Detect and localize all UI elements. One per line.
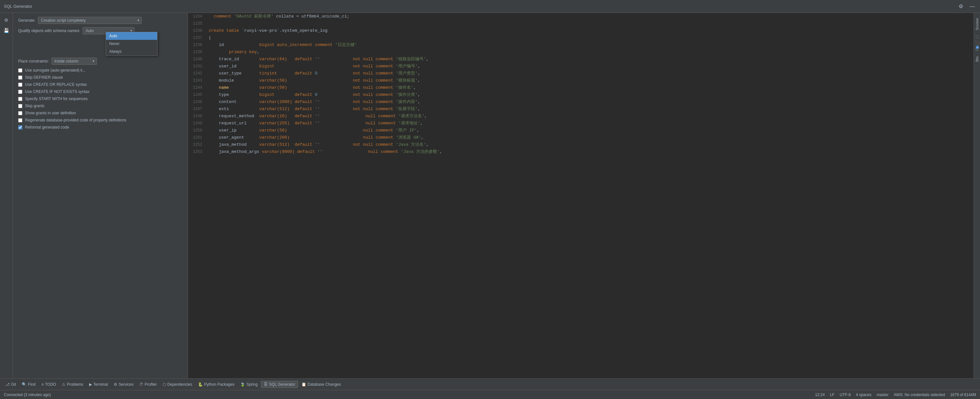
checkbox-label-grants[interactable]: Skip grants: [25, 103, 45, 108]
syntax-token: null comment: [290, 135, 396, 140]
toolbar-find[interactable]: 🔍 Find: [19, 381, 38, 388]
toolbar-git[interactable]: ⎇ Git: [3, 381, 19, 388]
dropdown-item-always[interactable]: Always: [106, 48, 157, 56]
syntax-token: auto_increment comment: [275, 43, 335, 47]
services-icon: ⚙: [114, 382, 117, 387]
sciview-label[interactable]: Sciview: [974, 16, 980, 33]
line-content: user_id bigint not null comment '用户编号',: [206, 63, 974, 70]
code-line: 1247 exts varchar(512) default '' not nu…: [188, 106, 974, 113]
line-number: 1249: [188, 120, 206, 127]
code-line: 1236create table `ruoyi-vue-pro`.system_…: [188, 27, 974, 34]
code-line: 1235: [188, 20, 974, 27]
checkbox-label-sequences[interactable]: Specify START WITH for sequences: [25, 97, 88, 101]
syntax-token: '用户 IP': [396, 128, 417, 133]
syntax-token: '日志主键': [335, 43, 357, 47]
qualify-label: Qualify objects with schema names:: [18, 29, 80, 33]
dropdown-item-auto[interactable]: Auto: [106, 32, 157, 40]
constraint-select-wrapper[interactable]: Inside column Outside column: [51, 58, 97, 65]
status-time: 12:24: [815, 393, 825, 397]
syntax-token: (: [209, 35, 211, 40]
syntax-token: [209, 49, 229, 54]
checkbox-regenerate[interactable]: [18, 118, 22, 122]
code-line: 1237(: [188, 34, 974, 41]
code-line: 1241 user_id bigint not null comment '用户…: [188, 63, 974, 70]
code-line: 1234 comment 'OAuth2 刷新令牌' collate = utf…: [188, 13, 974, 20]
toolbar-problems-label: Problems: [67, 382, 83, 387]
syntax-token: ,: [418, 99, 420, 104]
bto-label[interactable]: Bto: [974, 54, 980, 64]
dropdown-item-never[interactable]: Never: [106, 40, 157, 48]
settings-button[interactable]: ⚙: [957, 3, 965, 10]
code-line: 1249 request_url varchar(255) default ''…: [188, 120, 974, 127]
checkbox-sequences[interactable]: [18, 97, 22, 101]
checkbox-label-regenerate[interactable]: Regenerate database-provided code of pro…: [25, 118, 126, 122]
syntax-token: null comment: [287, 128, 396, 133]
generate-select-wrapper[interactable]: Creation script completely Drop and crea…: [38, 17, 142, 24]
syntax-token: ,: [418, 64, 420, 69]
syntax-token: '': [315, 114, 320, 119]
line-content: content varchar(2000) default '' not nul…: [206, 99, 974, 106]
toolbar-sql-generator[interactable]: 🗄 SQL Generator: [261, 381, 298, 388]
line-number: 1235: [188, 20, 206, 27]
toolbar-db-changes[interactable]: 📋 Database Changes: [299, 381, 344, 388]
code-line: 1238 id bigint auto_increment comment '日…: [188, 41, 974, 49]
code-line: 1240 trace_id varchar(64) default '' not…: [188, 56, 974, 63]
syntax-token: ,: [425, 114, 427, 119]
toolbar-spring[interactable]: 🍃 Spring: [237, 381, 260, 388]
dot-icon[interactable]: ◻ •: [975, 46, 978, 51]
syntax-token: 'Java 方法名': [396, 142, 426, 147]
sidebar-settings-icon[interactable]: ⚙: [2, 16, 11, 25]
constraint-row: Place constraints: Inside column Outside…: [18, 58, 183, 65]
checkbox-label-surrogate[interactable]: Use surrogate (auto-generated) k...: [25, 68, 86, 73]
toolbar-todo[interactable]: ≡ TODO: [39, 381, 59, 388]
toolbar-python[interactable]: 🐍 Python Packages: [196, 381, 237, 388]
checkbox-label-show-grants[interactable]: Show grants in user definition: [25, 111, 76, 115]
toolbar-profiler[interactable]: ⏱ Profiler: [137, 381, 159, 388]
dependencies-icon: ⬡: [163, 382, 166, 387]
status-aws: AWS: No credentials selected: [894, 393, 945, 397]
toolbar-dependencies[interactable]: ⬡ Dependencies: [160, 381, 195, 388]
checkbox-ifnotexists[interactable]: [18, 90, 22, 94]
line-content: request_url varchar(255) default '' null…: [206, 120, 974, 127]
checkbox-row-ifnotexists: Use CREATE IF NOT EXISTS syntax: [18, 89, 183, 94]
checkbox-reformat[interactable]: [18, 126, 22, 130]
syntax-token: ,: [426, 142, 429, 147]
checkbox-definer[interactable]: [18, 75, 22, 79]
syntax-token: trace_id: [209, 57, 259, 62]
toolbar-terminal[interactable]: ▶ Terminal: [86, 381, 110, 388]
constraint-select[interactable]: Inside column Outside column: [51, 58, 97, 65]
checkbox-label-reformat[interactable]: Reformat generated code: [25, 125, 69, 130]
sidebar-save-icon[interactable]: 💾: [2, 26, 11, 35]
layout-icon[interactable]: ⬛: [974, 40, 980, 46]
copy-icon[interactable]: ⬚: [975, 34, 979, 40]
title-bar-title: SQL Generator: [4, 4, 32, 9]
minimize-button[interactable]: —: [968, 3, 977, 10]
line-content: user_type tinyint default 0 not null com…: [206, 70, 974, 77]
syntax-token: '用户编号': [396, 64, 418, 69]
toolbar-terminal-label: Terminal: [93, 382, 108, 387]
syntax-token: not null comment: [320, 57, 396, 62]
checkbox-show-grants[interactable]: [18, 111, 22, 115]
syntax-token: bigint: [259, 64, 275, 69]
syntax-token: varchar(64): [259, 57, 287, 62]
terminal-icon: ▶: [89, 382, 92, 387]
syntax-token: '': [315, 99, 320, 104]
toolbar-find-label: Find: [28, 382, 35, 387]
toolbar-problems[interactable]: ⚠ Problems: [59, 381, 86, 388]
code-editor[interactable]: 1234 comment 'OAuth2 刷新令牌' collate = utf…: [188, 13, 974, 378]
checkbox-label-ifnotexists[interactable]: Use CREATE IF NOT EXISTS syntax: [25, 89, 89, 94]
syntax-token: '浏览器 UA': [396, 135, 421, 140]
checkbox-grants[interactable]: [18, 104, 22, 108]
syntax-token: tinyint: [259, 71, 277, 76]
generate-select[interactable]: Creation script completely Drop and crea…: [38, 17, 142, 24]
toolbar-services[interactable]: ⚙ Services: [111, 381, 136, 388]
syntax-token: default: [287, 57, 315, 62]
checkbox-label-definer[interactable]: Skip DEFINER clause: [25, 75, 63, 79]
line-number: 1243: [188, 77, 206, 84]
bottom-toolbar: ⎇ Git 🔍 Find ≡ TODO ⚠ Problems ▶ Termina…: [0, 378, 980, 390]
checkbox-surrogate[interactable]: [18, 68, 22, 73]
checkbox-replace[interactable]: [18, 83, 22, 87]
syntax-token: varchar(255): [259, 121, 290, 126]
checkbox-label-replace[interactable]: Use CREATE OR REPLACE syntax: [25, 82, 87, 87]
syntax-token: '操作分类': [396, 92, 418, 97]
